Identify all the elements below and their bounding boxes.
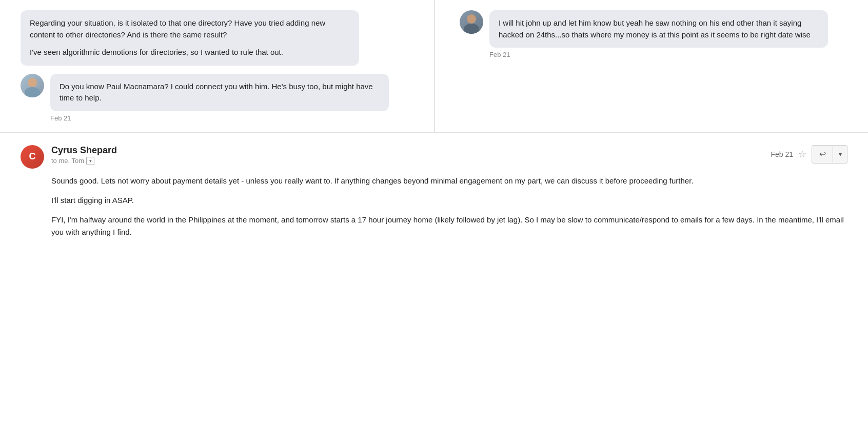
more-icon: ▾	[839, 151, 842, 158]
recipients-dropdown[interactable]: ▾	[86, 157, 94, 165]
action-buttons: ↩ ▾	[812, 145, 847, 164]
email-avatar: C	[21, 145, 44, 169]
vertical-divider	[434, 0, 435, 132]
avatar-face	[28, 78, 37, 87]
avatar-left	[21, 74, 44, 97]
reply-icon: ↩	[819, 149, 826, 159]
timestamp-right: Feb 21	[489, 51, 828, 58]
email-date: Feb 21	[771, 150, 793, 158]
email-body-paragraph-1: Sounds good. Lets not worry about paymen…	[51, 175, 847, 187]
message-bubble-2: Do you know Paul Macnamara? I could conn…	[50, 74, 389, 111]
email-meta-right: Feb 21 ☆ ↩ ▾	[771, 145, 847, 164]
left-column: Regarding your situation, is it isolated…	[21, 10, 429, 122]
email-avatar-inner: C	[21, 145, 44, 169]
right-column: I will hit john up and let him know but …	[429, 10, 847, 122]
email-body-paragraph-3: FYI, I'm halfway around the world in the…	[51, 214, 847, 238]
avatar-right	[460, 10, 483, 34]
bubble-container-right: I will hit john up and let him know but …	[489, 10, 828, 58]
message-with-avatar-right: I will hit john up and let him know but …	[460, 10, 847, 58]
timestamp-left: Feb 21	[50, 114, 389, 122]
message-with-avatar-left: Do you know Paul Macnamara? I could conn…	[21, 74, 408, 122]
recipients-label: to me, Tom	[51, 157, 84, 165]
star-icon[interactable]: ☆	[798, 149, 806, 160]
message-text-1a: Regarding your situation, is it isolated…	[30, 17, 350, 40]
email-body-paragraph-2: I'll start digging in ASAP.	[51, 194, 847, 207]
message-bubble-3: I will hit john up and let him know but …	[489, 10, 828, 48]
email-section: C Cyrus Shepard to me, Tom ▾ Feb 21 ☆ ↩ …	[0, 133, 868, 249]
standalone-bubble-group: Regarding your situation, is it isolated…	[21, 10, 408, 66]
email-header: C Cyrus Shepard to me, Tom ▾ Feb 21 ☆ ↩ …	[21, 145, 847, 169]
message-text-3a: I will hit john up and let him know but …	[499, 17, 819, 40]
avatar-face-right	[467, 14, 476, 24]
conversation-area: Regarding your situation, is it isolated…	[0, 0, 868, 133]
email-body: Sounds good. Lets not worry about paymen…	[51, 175, 847, 238]
more-button[interactable]: ▾	[833, 145, 847, 164]
message-bubble-1: Regarding your situation, is it isolated…	[21, 10, 359, 66]
email-recipients: to me, Tom ▾	[51, 157, 763, 165]
reply-button[interactable]: ↩	[812, 145, 833, 164]
message-text-1b: I've seen algorithmic demotions for dire…	[30, 47, 350, 58]
bubble-container-left: Do you know Paul Macnamara? I could conn…	[50, 74, 389, 122]
message-text-2a: Do you know Paul Macnamara? I could conn…	[60, 81, 380, 104]
email-sender-info: Cyrus Shepard to me, Tom ▾	[51, 145, 763, 165]
avatar-initial: C	[29, 151, 36, 162]
email-sender-name: Cyrus Shepard	[51, 145, 763, 156]
